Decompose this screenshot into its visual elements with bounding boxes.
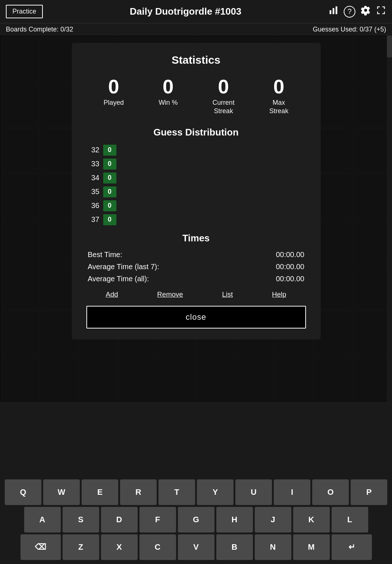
- time-row: Best Time: 00:00.00: [86, 251, 306, 259]
- keyboard-row-3: ⌫ZXCVBNM↵: [1, 534, 391, 560]
- dist-bar-container: 0: [103, 186, 306, 197]
- time-label: Best Time:: [88, 251, 122, 259]
- status-bar: Boards Complete: 0/32 Guesses Used: 0/37…: [0, 23, 392, 36]
- distribution-row: 35 0: [86, 186, 306, 197]
- time-row: Average Time (all): 00:00.00: [86, 275, 306, 283]
- time-label: Average Time (all):: [88, 275, 149, 283]
- key-s[interactable]: S: [63, 507, 99, 533]
- key-l[interactable]: L: [332, 507, 368, 533]
- dist-bar: 0: [103, 145, 116, 156]
- stat-win-pct: 0 Win %: [158, 77, 178, 116]
- stat-label-played: Played: [104, 99, 124, 107]
- key-q[interactable]: Q: [5, 479, 41, 505]
- key-x[interactable]: X: [101, 534, 138, 560]
- key-c[interactable]: C: [139, 534, 176, 560]
- times-title: Times: [86, 233, 306, 244]
- time-value: 00:00.00: [276, 263, 305, 271]
- distribution-row: 33 0: [86, 159, 306, 170]
- key-k[interactable]: K: [293, 507, 330, 533]
- key-a[interactable]: A: [24, 507, 61, 533]
- svg-rect-2: [336, 7, 337, 14]
- close-button[interactable]: close: [86, 306, 306, 329]
- key-t[interactable]: T: [158, 479, 195, 505]
- statistics-modal: Statistics 0 Played 0 Win % 0 CurrentStr…: [72, 43, 321, 339]
- key-j[interactable]: J: [255, 507, 291, 533]
- links-row: AddRemoveListHelp: [86, 290, 306, 298]
- time-label: Average Time (last 7):: [88, 263, 159, 271]
- key-p[interactable]: P: [351, 479, 387, 505]
- key-u[interactable]: U: [235, 479, 272, 505]
- dist-bar-container: 0: [103, 200, 306, 211]
- time-row: Average Time (last 7): 00:00.00: [86, 263, 306, 271]
- settings-icon[interactable]: [361, 5, 371, 18]
- practice-button[interactable]: Practice: [6, 5, 43, 18]
- boards-complete: Boards Complete: 0/32: [6, 26, 73, 33]
- key-f[interactable]: F: [139, 507, 176, 533]
- svg-rect-1: [333, 8, 335, 14]
- keyboard: QWERTYUIOP ASDFGHJKL ⌫ZXCVBNM↵: [0, 477, 392, 564]
- stat-number-win: 0: [163, 77, 173, 96]
- key-e[interactable]: E: [82, 479, 118, 505]
- expand-icon[interactable]: [376, 5, 386, 18]
- modal-link-remove[interactable]: Remove: [157, 290, 183, 298]
- key-backspace[interactable]: ⌫: [20, 534, 61, 560]
- guesses-used: Guesses Used: 0/37 (+5): [313, 26, 386, 33]
- dist-label: 32: [86, 146, 100, 154]
- distribution-row: 32 0: [86, 145, 306, 156]
- key-v[interactable]: V: [178, 534, 214, 560]
- key-n[interactable]: N: [255, 534, 291, 560]
- stats-icon[interactable]: [328, 5, 339, 18]
- modal-title: Statistics: [86, 54, 306, 66]
- stats-row: 0 Played 0 Win % 0 CurrentStreak 0 MaxSt…: [86, 77, 306, 116]
- key-g[interactable]: G: [178, 507, 214, 533]
- distribution-row: 34 0: [86, 172, 306, 183]
- key-w[interactable]: W: [43, 479, 80, 505]
- distribution-section: 32 0 33 0 34 0 35 0 36 0 37 0: [86, 145, 306, 225]
- keyboard-row-1: QWERTYUIOP: [1, 479, 391, 505]
- stat-number-played: 0: [108, 77, 119, 96]
- key-d[interactable]: D: [101, 507, 138, 533]
- distribution-row: 36 0: [86, 200, 306, 211]
- stat-label-max: MaxStreak: [269, 99, 288, 116]
- help-icon[interactable]: ?: [344, 6, 355, 18]
- key-b[interactable]: B: [216, 534, 253, 560]
- stat-current-streak: 0 CurrentStreak: [213, 77, 235, 116]
- modal-overlay: Statistics 0 Played 0 Win % 0 CurrentStr…: [0, 36, 392, 402]
- dist-bar-container: 0: [103, 172, 306, 183]
- distribution-title: Guess Distribution: [86, 127, 306, 138]
- dist-bar: 0: [103, 214, 116, 225]
- modal-link-list[interactable]: List: [222, 290, 233, 298]
- key-i[interactable]: I: [274, 479, 310, 505]
- stat-number-max: 0: [273, 77, 284, 96]
- key-h[interactable]: H: [216, 507, 253, 533]
- dist-bar-container: 0: [103, 145, 306, 156]
- key-z[interactable]: Z: [63, 534, 99, 560]
- keyboard-row-2: ASDFGHJKL: [1, 507, 391, 533]
- key-m[interactable]: M: [293, 534, 330, 560]
- times-section: Times Best Time: 00:00.00 Average Time (…: [86, 233, 306, 283]
- distribution-row: 37 0: [86, 214, 306, 225]
- dist-label: 36: [86, 201, 100, 210]
- grid-area: Statistics 0 Played 0 Win % 0 CurrentStr…: [0, 36, 392, 402]
- dist-bar-container: 0: [103, 159, 306, 170]
- stat-max-streak: 0 MaxStreak: [269, 77, 288, 116]
- key-y[interactable]: Y: [197, 479, 234, 505]
- modal-link-add[interactable]: Add: [106, 290, 118, 298]
- key-enter[interactable]: ↵: [332, 534, 372, 560]
- dist-label: 37: [86, 215, 100, 224]
- key-r[interactable]: R: [120, 479, 157, 505]
- time-value: 00:00.00: [276, 251, 305, 259]
- key-o[interactable]: O: [312, 479, 349, 505]
- dist-label: 34: [86, 174, 100, 182]
- dist-label: 35: [86, 188, 100, 196]
- dist-label: 33: [86, 160, 100, 168]
- header-icons: ?: [328, 5, 386, 18]
- modal-link-help[interactable]: Help: [272, 290, 286, 298]
- stat-played: 0 Played: [104, 77, 124, 116]
- time-value: 00:00.00: [276, 275, 305, 283]
- svg-rect-0: [330, 10, 332, 14]
- dist-bar: 0: [103, 200, 116, 211]
- dist-bar: 0: [103, 186, 116, 197]
- dist-bar: 0: [103, 159, 116, 170]
- dist-bar-container: 0: [103, 214, 306, 225]
